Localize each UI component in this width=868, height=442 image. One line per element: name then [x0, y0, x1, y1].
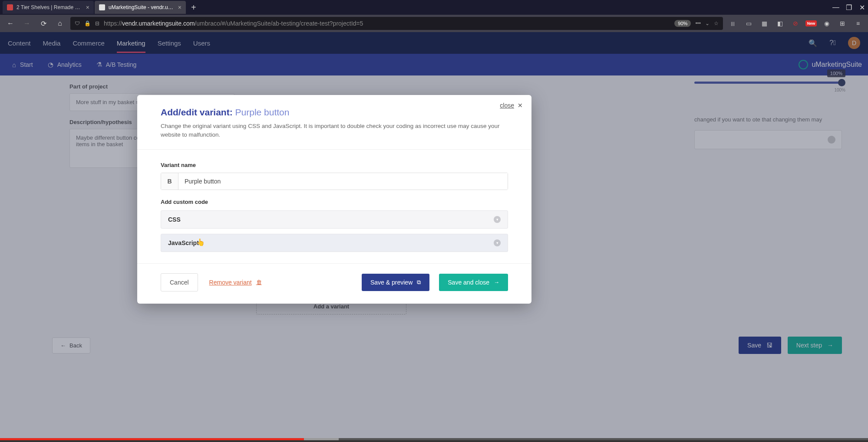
remove-variant-button[interactable]: Remove variant🗑: [208, 274, 264, 291]
library-icon[interactable]: ⫼: [727, 18, 739, 29]
url-text: https://vendr.umarketingsuite.com/umbrac…: [104, 20, 670, 27]
new-badge[interactable]: New: [805, 18, 817, 29]
close-icon: ✕: [518, 102, 523, 109]
favicon: [7, 4, 13, 10]
browser-tab-active[interactable]: uMarketingSuite - vendr.umark ×: [95, 1, 186, 14]
permission-icon: ⊟: [95, 20, 99, 26]
progress-buffer: [304, 438, 339, 440]
browser-tab[interactable]: 2 Tier Shelves | Remade by Cli ×: [3, 1, 94, 14]
bookmark-star-icon[interactable]: ☆: [714, 20, 719, 26]
variant-letter: B: [161, 173, 178, 190]
pocket-icon[interactable]: ⌄: [705, 20, 710, 26]
trash-icon: 🗑: [256, 279, 262, 285]
home-icon[interactable]: ⌂: [54, 17, 66, 29]
js-accordion-title: JavaScript: [168, 239, 199, 246]
window-restore-icon[interactable]: ❐: [843, 1, 855, 13]
back-icon[interactable]: ←: [4, 17, 17, 29]
arrow-right-icon: →: [494, 279, 499, 285]
external-link-icon: ⧉: [417, 279, 421, 286]
window-minimize-icon[interactable]: —: [830, 1, 842, 13]
tab-close-icon[interactable]: ×: [86, 4, 89, 11]
save-preview-button[interactable]: Save & preview⧉: [362, 274, 429, 291]
url-bar: ← → ⟳ ⌂ 🛡 🔒 ⊟ https://vendr.umarketingsu…: [0, 15, 868, 32]
meatball-icon[interactable]: •••: [695, 20, 701, 26]
browser-chrome: 2 Tier Shelves | Remade by Cli × uMarket…: [0, 0, 868, 32]
modal-title: Add/edit variant: Purple button: [161, 107, 508, 118]
custom-code-label: Add custom code: [161, 199, 508, 205]
lock-icon: 🔒: [84, 20, 91, 26]
variant-name-field: B: [161, 173, 508, 190]
css-accordion-title: CSS: [168, 216, 181, 223]
reader-icon[interactable]: ▭: [743, 18, 754, 29]
shield-icon: 🛡: [75, 20, 80, 26]
account-icon[interactable]: ◉: [821, 18, 832, 29]
menu-icon[interactable]: ≡: [852, 18, 864, 29]
url-input[interactable]: 🛡 🔒 ⊟ https://vendr.umarketingsuite.com/…: [70, 17, 723, 30]
chevron-down-icon: ▾: [494, 239, 501, 246]
chevron-down-icon: ▾: [494, 216, 501, 223]
new-tab-button[interactable]: +: [187, 3, 201, 13]
variant-modal: close ✕ Add/edit variant: Purple button …: [137, 95, 531, 304]
grid-icon[interactable]: ▦: [759, 18, 770, 29]
tab-title: uMarketingSuite - vendr.umark: [109, 4, 175, 10]
modal-description: Change the original variant using CSS an…: [161, 122, 508, 140]
cancel-button[interactable]: Cancel: [161, 273, 198, 291]
progress-fill: [0, 438, 304, 440]
video-progress[interactable]: [0, 438, 868, 440]
extensions-icon[interactable]: ⊞: [837, 18, 848, 29]
block-icon[interactable]: ⊘: [790, 18, 801, 29]
tab-close-icon[interactable]: ×: [178, 4, 182, 11]
tab-title: 2 Tier Shelves | Remade by Cli: [17, 4, 83, 10]
forward-icon[interactable]: →: [21, 17, 33, 29]
extension-icon[interactable]: ◧: [774, 18, 785, 29]
variant-name-label: Variant name: [161, 162, 508, 168]
tab-strip: 2 Tier Shelves | Remade by Cli × uMarket…: [0, 0, 868, 15]
css-accordion[interactable]: CSS ▾: [161, 210, 508, 229]
app-content: Content Media Commerce Marketing Setting…: [0, 32, 868, 440]
zoom-badge[interactable]: 90%: [674, 20, 691, 27]
close-label: close: [500, 102, 514, 109]
favicon: [99, 4, 105, 10]
window-close-icon[interactable]: ✕: [856, 1, 868, 13]
js-accordion[interactable]: JavaScript ▾: [161, 234, 508, 252]
save-close-button[interactable]: Save and close→: [439, 274, 508, 291]
variant-name-input[interactable]: [178, 173, 508, 190]
modal-overlay[interactable]: close ✕ Add/edit variant: Purple button …: [0, 32, 868, 440]
modal-close-button[interactable]: close ✕: [500, 102, 523, 109]
reload-icon[interactable]: ⟳: [37, 17, 50, 29]
